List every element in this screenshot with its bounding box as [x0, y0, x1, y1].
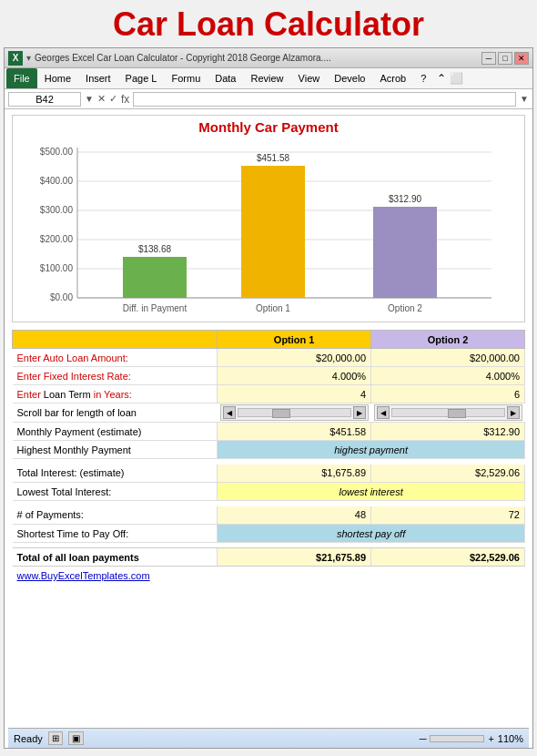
formula-expand-icon[interactable]: ▼: [520, 94, 529, 104]
name-box-dropdown-icon[interactable]: ▼: [85, 94, 94, 104]
svg-text:$300.00: $300.00: [40, 205, 74, 215]
window-title: Georges Excel Car Loan Calculator - Copy…: [35, 53, 331, 63]
close-button[interactable]: ✕: [514, 52, 529, 65]
svg-text:$200.00: $200.00: [40, 234, 74, 244]
tab-view[interactable]: View: [291, 68, 328, 88]
minimize-button[interactable]: ─: [481, 52, 496, 65]
num-payments-opt1: 48: [218, 506, 371, 525]
scroll-right-arrow[interactable]: ▶: [353, 406, 366, 419]
scroll-track-opt1[interactable]: [238, 408, 351, 417]
table-row: Total of all loan payments $21,675.89 $2…: [13, 548, 525, 567]
table-row: Shortest Time to Pay Off: shortest pay o…: [13, 525, 525, 543]
tab-help[interactable]: ?: [413, 68, 433, 88]
ribbon-collapse-icon[interactable]: ⌃: [437, 72, 446, 85]
total-payments-opt1: $21,675.89: [218, 548, 371, 567]
table-row: # of Payments: 48 72: [13, 506, 525, 525]
tab-insert[interactable]: Insert: [78, 68, 118, 88]
total-payments-label: Total of all loan payments: [13, 548, 218, 567]
table-row: Total Interest: (estimate) $1,675.89 $2,…: [13, 465, 525, 483]
scrollbar-label: Scroll bar for length of loan: [13, 404, 218, 423]
svg-text:$0.00: $0.00: [50, 292, 73, 302]
total-interest-label: Total Interest: (estimate): [13, 465, 218, 483]
highest-payment-label: Highest Monthly Payment: [13, 441, 218, 459]
title-bar: X ▾ Georges Excel Car Loan Calculator - …: [5, 48, 532, 68]
table-row: Highest Monthly Payment highest payment: [13, 441, 525, 459]
svg-text:$138.68: $138.68: [138, 244, 172, 254]
enter-text: Enter: [17, 389, 41, 400]
cancel-formula-icon[interactable]: ✕: [97, 93, 106, 105]
num-payments-opt2: 72: [371, 506, 525, 525]
tab-file[interactable]: File: [6, 68, 37, 88]
loan-term-opt2[interactable]: 6: [371, 385, 525, 404]
scrollbar-opt2[interactable]: ◀ ▶: [374, 404, 522, 421]
table-row: Enter Fixed Interest Rate: 4.000% 4.000%: [13, 367, 525, 385]
scroll-left-arrow-2[interactable]: ◀: [377, 406, 390, 419]
shortest-payoff-value: shortest pay off: [218, 525, 525, 543]
scroll-thumb-opt1[interactable]: [272, 409, 290, 418]
bar-diff: [123, 257, 187, 298]
maximize-button[interactable]: □: [498, 52, 512, 65]
spreadsheet-content: Monthly Car Payment $500.00 $400.00 $300…: [5, 109, 532, 590]
formula-input[interactable]: [133, 92, 516, 107]
loan-term-opt1[interactable]: 4: [218, 385, 371, 404]
chart-area: Monthly Car Payment $500.00 $400.00 $300…: [12, 115, 525, 322]
auto-loan-label: Enter Auto Loan Amount:: [13, 349, 218, 367]
excel-icon: X: [8, 51, 23, 66]
name-box[interactable]: [8, 92, 81, 107]
normal-view-icon[interactable]: ▣: [68, 731, 84, 745]
scrollbar-row: Scroll bar for length of loan ◀ ▶ ◀: [13, 404, 525, 423]
tab-data[interactable]: Data: [208, 68, 243, 88]
formula-bar: ▼ ✕ ✓ fx ▼: [5, 89, 532, 109]
svg-text:$451.58: $451.58: [257, 153, 290, 163]
bar-option2: [373, 207, 437, 298]
tab-review[interactable]: Review: [244, 68, 291, 88]
auto-loan-opt1[interactable]: $20,000.00: [218, 349, 371, 367]
tab-developer[interactable]: Develo: [327, 68, 372, 88]
scroll-track-opt2[interactable]: [391, 408, 505, 417]
total-interest-opt2: $2,529.06: [371, 465, 525, 483]
page-title: Car Loan Calculator: [0, 0, 537, 47]
tab-home[interactable]: Home: [37, 68, 78, 88]
scroll-left-arrow[interactable]: ◀: [223, 406, 236, 419]
scroll-right-arrow-2[interactable]: ▶: [507, 406, 520, 419]
shortest-payoff-label: Shortest Time to Pay Off:: [13, 525, 218, 543]
zoom-in-icon[interactable]: +: [488, 733, 493, 744]
zoom-out-icon[interactable]: ─: [420, 733, 427, 744]
status-bar: Ready ⊞ ▣ ─ + 110%: [8, 728, 529, 748]
svg-text:$400.00: $400.00: [40, 176, 74, 186]
confirm-formula-icon[interactable]: ✓: [109, 93, 117, 105]
chart-title: Monthly Car Payment: [16, 119, 521, 135]
ribbon-options-icon[interactable]: ⬜: [450, 72, 463, 85]
svg-text:$312.90: $312.90: [389, 194, 422, 204]
svg-text:$100.00: $100.00: [40, 263, 74, 273]
monthly-payment-opt2: $312.90: [371, 423, 525, 441]
loan-term-middle: Loan Term: [44, 389, 94, 400]
page-view-icon[interactable]: ⊞: [48, 731, 63, 745]
total-interest-opt1: $1,675.89: [218, 465, 371, 483]
interest-rate-opt1[interactable]: 4.000%: [218, 367, 371, 385]
website-row[interactable]: www.BuyExcelTemplates.com: [13, 567, 525, 585]
website-link[interactable]: www.BuyExcelTemplates.com: [13, 567, 525, 585]
tab-formulas[interactable]: Formu: [164, 68, 208, 88]
loan-term-label: Enter Loan Term in Years:: [13, 385, 218, 404]
scrollbar-opt1[interactable]: ◀ ▶: [220, 404, 369, 421]
lowest-interest-value: lowest interest: [218, 483, 525, 501]
zoom-slider[interactable]: [430, 735, 484, 742]
in-years-text: in Years:: [94, 389, 132, 400]
interest-rate-opt2[interactable]: 4.000%: [371, 367, 525, 385]
interest-rate-label: Enter Fixed Interest Rate:: [13, 367, 218, 385]
svg-text:Diff. in Payment: Diff. in Payment: [123, 303, 187, 313]
tab-acrobat[interactable]: Acrob: [372, 68, 413, 88]
zoom-level: 110%: [498, 733, 523, 744]
auto-loan-opt2[interactable]: $20,000.00: [371, 349, 525, 367]
bar-chart: $500.00 $400.00 $300.00 $200.00 $100.00 …: [16, 138, 521, 316]
table-row: Enter Auto Loan Amount: $20,000.00 $20,0…: [13, 349, 525, 367]
table-header: Option 1 Option 2: [13, 331, 525, 349]
table-row: Enter Loan Term in Years: 4 6: [13, 385, 525, 404]
fx-icon: fx: [121, 93, 129, 106]
scroll-thumb-opt2[interactable]: [448, 409, 466, 418]
tab-page-layout[interactable]: Page L: [118, 68, 165, 88]
svg-text:Option 1: Option 1: [256, 303, 290, 313]
bar-option1: [241, 166, 305, 298]
monthly-payment-label: Monthly Payment (estimate): [13, 423, 218, 441]
